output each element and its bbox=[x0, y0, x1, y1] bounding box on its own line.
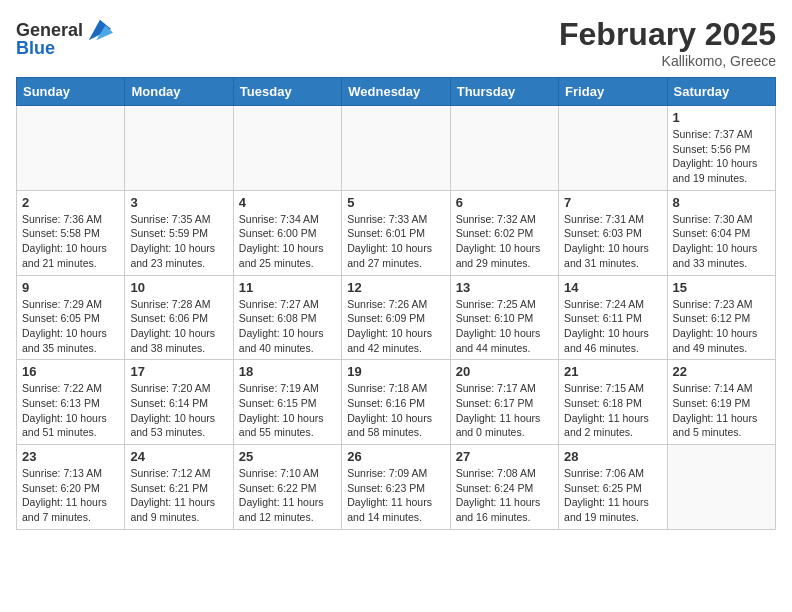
logo: General Blue bbox=[16, 16, 113, 59]
calendar-day-cell bbox=[450, 106, 558, 191]
day-number: 17 bbox=[130, 364, 227, 379]
day-info: Sunrise: 7:17 AM Sunset: 6:17 PM Dayligh… bbox=[456, 381, 553, 440]
day-number: 24 bbox=[130, 449, 227, 464]
calendar-day-cell: 24Sunrise: 7:12 AM Sunset: 6:21 PM Dayli… bbox=[125, 445, 233, 530]
calendar-day-cell bbox=[342, 106, 450, 191]
day-of-week-header: Monday bbox=[125, 78, 233, 106]
logo-blue: Blue bbox=[16, 38, 55, 59]
day-number: 6 bbox=[456, 195, 553, 210]
calendar-day-cell: 7Sunrise: 7:31 AM Sunset: 6:03 PM Daylig… bbox=[559, 190, 667, 275]
day-number: 20 bbox=[456, 364, 553, 379]
day-number: 10 bbox=[130, 280, 227, 295]
day-number: 16 bbox=[22, 364, 119, 379]
calendar-day-cell: 20Sunrise: 7:17 AM Sunset: 6:17 PM Dayli… bbox=[450, 360, 558, 445]
calendar-day-cell: 28Sunrise: 7:06 AM Sunset: 6:25 PM Dayli… bbox=[559, 445, 667, 530]
day-info: Sunrise: 7:18 AM Sunset: 6:16 PM Dayligh… bbox=[347, 381, 444, 440]
day-info: Sunrise: 7:37 AM Sunset: 5:56 PM Dayligh… bbox=[673, 127, 770, 186]
calendar-day-cell: 10Sunrise: 7:28 AM Sunset: 6:06 PM Dayli… bbox=[125, 275, 233, 360]
day-number: 25 bbox=[239, 449, 336, 464]
calendar-day-cell: 18Sunrise: 7:19 AM Sunset: 6:15 PM Dayli… bbox=[233, 360, 341, 445]
calendar-day-cell bbox=[559, 106, 667, 191]
calendar-day-cell bbox=[125, 106, 233, 191]
calendar-day-cell bbox=[233, 106, 341, 191]
calendar-day-cell: 13Sunrise: 7:25 AM Sunset: 6:10 PM Dayli… bbox=[450, 275, 558, 360]
day-number: 26 bbox=[347, 449, 444, 464]
day-info: Sunrise: 7:29 AM Sunset: 6:05 PM Dayligh… bbox=[22, 297, 119, 356]
day-info: Sunrise: 7:25 AM Sunset: 6:10 PM Dayligh… bbox=[456, 297, 553, 356]
day-info: Sunrise: 7:06 AM Sunset: 6:25 PM Dayligh… bbox=[564, 466, 661, 525]
day-number: 14 bbox=[564, 280, 661, 295]
calendar-day-cell: 4Sunrise: 7:34 AM Sunset: 6:00 PM Daylig… bbox=[233, 190, 341, 275]
calendar-day-cell: 3Sunrise: 7:35 AM Sunset: 5:59 PM Daylig… bbox=[125, 190, 233, 275]
day-info: Sunrise: 7:33 AM Sunset: 6:01 PM Dayligh… bbox=[347, 212, 444, 271]
calendar-day-cell: 16Sunrise: 7:22 AM Sunset: 6:13 PM Dayli… bbox=[17, 360, 125, 445]
day-number: 12 bbox=[347, 280, 444, 295]
day-info: Sunrise: 7:10 AM Sunset: 6:22 PM Dayligh… bbox=[239, 466, 336, 525]
day-number: 21 bbox=[564, 364, 661, 379]
day-info: Sunrise: 7:20 AM Sunset: 6:14 PM Dayligh… bbox=[130, 381, 227, 440]
day-info: Sunrise: 7:27 AM Sunset: 6:08 PM Dayligh… bbox=[239, 297, 336, 356]
day-number: 2 bbox=[22, 195, 119, 210]
calendar-week-row: 2Sunrise: 7:36 AM Sunset: 5:58 PM Daylig… bbox=[17, 190, 776, 275]
day-info: Sunrise: 7:22 AM Sunset: 6:13 PM Dayligh… bbox=[22, 381, 119, 440]
month-year-title: February 2025 bbox=[559, 16, 776, 53]
day-number: 28 bbox=[564, 449, 661, 464]
calendar-day-cell: 19Sunrise: 7:18 AM Sunset: 6:16 PM Dayli… bbox=[342, 360, 450, 445]
day-info: Sunrise: 7:26 AM Sunset: 6:09 PM Dayligh… bbox=[347, 297, 444, 356]
day-info: Sunrise: 7:34 AM Sunset: 6:00 PM Dayligh… bbox=[239, 212, 336, 271]
day-info: Sunrise: 7:35 AM Sunset: 5:59 PM Dayligh… bbox=[130, 212, 227, 271]
calendar-day-cell: 2Sunrise: 7:36 AM Sunset: 5:58 PM Daylig… bbox=[17, 190, 125, 275]
calendar-day-cell: 27Sunrise: 7:08 AM Sunset: 6:24 PM Dayli… bbox=[450, 445, 558, 530]
day-number: 1 bbox=[673, 110, 770, 125]
day-number: 8 bbox=[673, 195, 770, 210]
calendar-day-cell: 26Sunrise: 7:09 AM Sunset: 6:23 PM Dayli… bbox=[342, 445, 450, 530]
day-info: Sunrise: 7:32 AM Sunset: 6:02 PM Dayligh… bbox=[456, 212, 553, 271]
title-section: February 2025 Kallikomo, Greece bbox=[559, 16, 776, 69]
day-info: Sunrise: 7:31 AM Sunset: 6:03 PM Dayligh… bbox=[564, 212, 661, 271]
logo-icon bbox=[85, 16, 113, 44]
day-of-week-header: Thursday bbox=[450, 78, 558, 106]
day-number: 19 bbox=[347, 364, 444, 379]
day-number: 11 bbox=[239, 280, 336, 295]
calendar-header-row: SundayMondayTuesdayWednesdayThursdayFrid… bbox=[17, 78, 776, 106]
day-of-week-header: Wednesday bbox=[342, 78, 450, 106]
day-number: 23 bbox=[22, 449, 119, 464]
calendar-day-cell: 15Sunrise: 7:23 AM Sunset: 6:12 PM Dayli… bbox=[667, 275, 775, 360]
day-of-week-header: Tuesday bbox=[233, 78, 341, 106]
day-number: 4 bbox=[239, 195, 336, 210]
day-number: 27 bbox=[456, 449, 553, 464]
day-info: Sunrise: 7:14 AM Sunset: 6:19 PM Dayligh… bbox=[673, 381, 770, 440]
calendar-day-cell: 11Sunrise: 7:27 AM Sunset: 6:08 PM Dayli… bbox=[233, 275, 341, 360]
calendar-day-cell: 25Sunrise: 7:10 AM Sunset: 6:22 PM Dayli… bbox=[233, 445, 341, 530]
calendar-day-cell: 6Sunrise: 7:32 AM Sunset: 6:02 PM Daylig… bbox=[450, 190, 558, 275]
day-number: 9 bbox=[22, 280, 119, 295]
day-number: 22 bbox=[673, 364, 770, 379]
page-header: General Blue February 2025 Kallikomo, Gr… bbox=[16, 16, 776, 69]
calendar-day-cell bbox=[667, 445, 775, 530]
calendar-table: SundayMondayTuesdayWednesdayThursdayFrid… bbox=[16, 77, 776, 530]
day-number: 3 bbox=[130, 195, 227, 210]
calendar-day-cell: 17Sunrise: 7:20 AM Sunset: 6:14 PM Dayli… bbox=[125, 360, 233, 445]
calendar-day-cell bbox=[17, 106, 125, 191]
day-info: Sunrise: 7:08 AM Sunset: 6:24 PM Dayligh… bbox=[456, 466, 553, 525]
day-of-week-header: Friday bbox=[559, 78, 667, 106]
day-number: 13 bbox=[456, 280, 553, 295]
day-info: Sunrise: 7:36 AM Sunset: 5:58 PM Dayligh… bbox=[22, 212, 119, 271]
calendar-week-row: 16Sunrise: 7:22 AM Sunset: 6:13 PM Dayli… bbox=[17, 360, 776, 445]
calendar-week-row: 1Sunrise: 7:37 AM Sunset: 5:56 PM Daylig… bbox=[17, 106, 776, 191]
day-info: Sunrise: 7:28 AM Sunset: 6:06 PM Dayligh… bbox=[130, 297, 227, 356]
day-info: Sunrise: 7:19 AM Sunset: 6:15 PM Dayligh… bbox=[239, 381, 336, 440]
day-info: Sunrise: 7:23 AM Sunset: 6:12 PM Dayligh… bbox=[673, 297, 770, 356]
location-subtitle: Kallikomo, Greece bbox=[559, 53, 776, 69]
calendar-day-cell: 1Sunrise: 7:37 AM Sunset: 5:56 PM Daylig… bbox=[667, 106, 775, 191]
calendar-day-cell: 21Sunrise: 7:15 AM Sunset: 6:18 PM Dayli… bbox=[559, 360, 667, 445]
calendar-day-cell: 5Sunrise: 7:33 AM Sunset: 6:01 PM Daylig… bbox=[342, 190, 450, 275]
day-info: Sunrise: 7:09 AM Sunset: 6:23 PM Dayligh… bbox=[347, 466, 444, 525]
calendar-day-cell: 14Sunrise: 7:24 AM Sunset: 6:11 PM Dayli… bbox=[559, 275, 667, 360]
calendar-week-row: 9Sunrise: 7:29 AM Sunset: 6:05 PM Daylig… bbox=[17, 275, 776, 360]
day-info: Sunrise: 7:13 AM Sunset: 6:20 PM Dayligh… bbox=[22, 466, 119, 525]
day-info: Sunrise: 7:24 AM Sunset: 6:11 PM Dayligh… bbox=[564, 297, 661, 356]
calendar-day-cell: 12Sunrise: 7:26 AM Sunset: 6:09 PM Dayli… bbox=[342, 275, 450, 360]
calendar-day-cell: 8Sunrise: 7:30 AM Sunset: 6:04 PM Daylig… bbox=[667, 190, 775, 275]
day-number: 15 bbox=[673, 280, 770, 295]
